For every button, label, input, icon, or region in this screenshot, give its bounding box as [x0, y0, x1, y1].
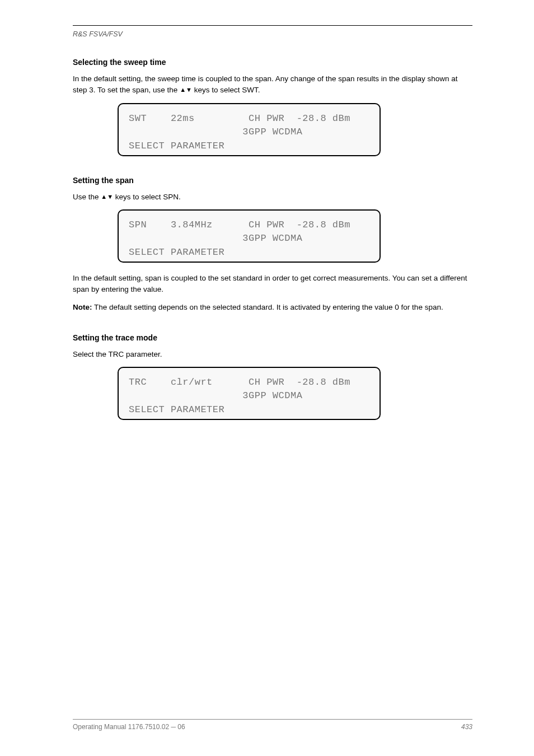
page-header: R&S FSVA/FSV [73, 25, 472, 38]
heading-trace-mode: Setting the trace mode [73, 333, 472, 342]
lcd-line-1: SPN 3.84MHz CH PWR -28.8 dBm [129, 220, 350, 230]
up-triangle-icon: ▲ [180, 86, 186, 93]
lcd-display-trc: TRC clr/wrt CH PWR -28.8 dBm 3GPP WCDMA … [118, 367, 381, 420]
lcd-line-2: 3GPP WCDMA [129, 233, 302, 244]
text-segment: Use the [73, 193, 101, 201]
footer-left: Operating Manual 1176.7510.02 ─ 06 [73, 723, 185, 731]
heading-span: Setting the span [73, 176, 472, 185]
lcd-line-3: SELECT PARAMETER [129, 141, 224, 151]
footer-row: Operating Manual 1176.7510.02 ─ 06 433 [73, 723, 472, 731]
header-rule [73, 25, 472, 26]
section-sweep-time: Selecting the sweep time In the default … [73, 58, 472, 156]
lcd-display-swt: SWT 22ms CH PWR -28.8 dBm 3GPP WCDMA SEL… [118, 103, 381, 156]
lcd-line-1: TRC clr/wrt CH PWR -28.8 dBm [129, 377, 350, 388]
para-span-1: Use the ▲▼ keys to select SPN. [73, 192, 472, 203]
down-triangle-icon: ▼ [107, 193, 113, 200]
lcd-line-2: 3GPP WCDMA [129, 390, 302, 401]
section-trace-mode: Setting the trace mode Select the TRC pa… [73, 333, 472, 420]
section-span: Setting the span Use the ▲▼ keys to sele… [73, 176, 472, 314]
note-text: The default setting depends on the selec… [92, 303, 443, 311]
heading-sweep-time: Selecting the sweep time [73, 58, 472, 67]
lcd-display-spn: SPN 3.84MHz CH PWR -28.8 dBm 3GPP WCDMA … [118, 209, 381, 263]
para-sweep-time: In the default setting, the sweep time i… [73, 73, 472, 96]
para-trace-mode: Select the TRC parameter. [73, 349, 472, 360]
page-footer: Operating Manual 1176.7510.02 ─ 06 433 [73, 719, 472, 731]
lcd-line-3: SELECT PARAMETER [129, 247, 224, 258]
breadcrumb: R&S FSVA/FSV [73, 30, 472, 38]
lcd-line-3: SELECT PARAMETER [129, 404, 224, 415]
lcd-line-1: SWT 22ms CH PWR -28.8 dBm [129, 113, 350, 124]
text-segment: keys to select SPN. [113, 193, 181, 201]
page-number: 433 [461, 723, 472, 731]
footer-rule [73, 719, 472, 720]
up-triangle-icon: ▲ [101, 193, 107, 200]
down-triangle-icon: ▼ [186, 86, 192, 93]
lcd-line-2: 3GPP WCDMA [129, 127, 302, 137]
note-span: Note: The default setting depends on the… [73, 302, 472, 313]
note-label: Note: [73, 303, 92, 311]
text-segment: In the default setting, the sweep time i… [73, 74, 457, 94]
para-span-2: In the default setting, span is coupled … [73, 273, 472, 296]
text-segment: keys to select SWT. [192, 86, 260, 94]
